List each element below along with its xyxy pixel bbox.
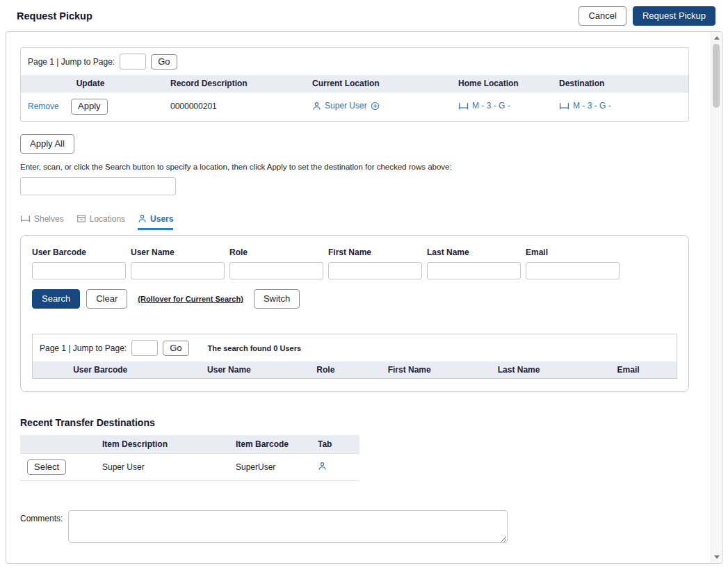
instruction-text: Enter, scan, or click the Search button … [20,163,687,171]
tab-users-label: Users [150,214,173,224]
records-col-destination: Destination [549,75,688,92]
field-label: First Name [328,247,422,257]
vertical-scrollbar[interactable] [711,33,721,562]
field-user-barcode: User Barcode [32,247,126,279]
person-icon [312,101,321,111]
scroll-up-icon[interactable] [714,36,720,40]
records-jump-input[interactable] [120,54,146,70]
results-pagination: Page 1 | Jump to Page: Go The search fou… [33,334,677,361]
recent-item-description: Super User [97,454,230,481]
field-last-name: Last Name [427,247,521,279]
user-name-input[interactable] [131,262,225,279]
recent-col-select [20,435,97,454]
plus-circle-icon[interactable] [371,101,380,111]
home-location-link[interactable]: M - 3 - G - [472,101,510,111]
destination-cell: M - 3 - G - [559,101,611,111]
comments-textarea[interactable] [68,510,508,543]
remove-link[interactable]: Remove [28,101,59,111]
shelf-icon [458,101,469,111]
search-actions: Search Clear (Rollover for Current Searc… [32,289,677,309]
rollover-current-search-link[interactable]: (Rollover for Current Search) [138,295,243,303]
records-page-label: Page 1 | Jump to Page: [28,57,115,67]
user-search-fields: User Barcode User Name Role First Name L… [32,247,677,279]
records-pagination: Page 1 | Jump to Page: Go [21,48,688,75]
results-col-user-barcode: User Barcode [33,361,168,378]
clear-button[interactable]: Clear [86,289,127,309]
recent-transfers-table: Item Description Item Barcode Tab Select… [20,435,359,481]
results-jump-input[interactable] [131,340,158,356]
search-button[interactable]: Search [32,289,80,309]
tab-locations-label: Locations [90,214,125,224]
results-header-row: User Barcode User Name Role First Name L… [33,361,677,378]
records-header-row: Update Record Description Current Locati… [21,75,688,92]
topbar-actions: Cancel Request Pickup [579,6,715,26]
scrollbar-thumb[interactable] [713,44,720,108]
field-user-name: User Name [131,247,225,279]
field-email: Email [526,247,620,279]
results-col-role: Role [290,361,361,378]
record-row: Remove Apply 0000000201 Super User [21,92,688,121]
email-input[interactable] [526,262,620,279]
current-location-link[interactable]: Super User [325,101,367,111]
results-col-last-name: Last Name [458,361,580,378]
first-name-input[interactable] [328,262,422,279]
results-col-email: Email [580,361,677,378]
home-location-cell: M - 3 - G - [458,101,510,111]
cancel-button[interactable]: Cancel [579,6,626,26]
field-first-name: First Name [328,247,422,279]
tab-shelves[interactable]: Shelves [20,214,64,230]
role-input[interactable] [229,262,323,279]
last-name-input[interactable] [427,262,521,279]
building-icon [76,214,86,223]
current-location-cell: Super User [312,101,380,111]
select-button[interactable]: Select [27,459,66,475]
main-panel: Page 1 | Jump to Page: Go Update Record … [6,31,722,564]
user-results-table: User Barcode User Name Role First Name L… [33,361,677,378]
comments-label: Comments: [20,514,63,523]
page-title: Request Pickup [17,10,92,22]
recent-col-item-description: Item Description [97,435,230,454]
records-table: Update Record Description Current Locati… [21,75,688,120]
comments-section: Comments: [20,510,687,543]
recent-item-barcode: SuperUser [230,454,312,481]
user-search-panel: User Barcode User Name Role First Name L… [20,235,689,392]
shelf-icon [559,101,569,111]
tab-locations[interactable]: Locations [76,214,125,230]
records-col-description: Record Description [160,75,302,92]
field-label: Last Name [427,247,521,257]
results-go-button[interactable]: Go [163,341,188,356]
scroll-down-icon[interactable] [714,555,720,559]
results-page-label: Page 1 | Jump to Page: [40,343,127,353]
records-go-button[interactable]: Go [151,54,177,70]
records-col-home-location: Home Location [448,75,549,92]
records-col-update: Update [21,75,160,92]
tab-shelves-label: Shelves [34,214,64,224]
results-col-first-name: First Name [361,361,458,378]
shelf-icon [20,214,31,223]
switch-button[interactable]: Switch [254,289,300,309]
tab-users[interactable]: Users [138,214,173,230]
apply-all-button[interactable]: Apply All [20,134,74,154]
destination-link[interactable]: M - 3 - G - [573,101,611,111]
request-pickup-button[interactable]: Request Pickup [633,6,715,26]
user-barcode-input[interactable] [32,262,126,279]
records-box: Page 1 | Jump to Page: Go Update Record … [20,47,689,121]
results-col-user-name: User Name [168,361,290,378]
top-bar: Request Pickup Cancel Request Pickup [0,0,728,31]
person-icon [318,462,327,471]
record-description: 0000000201 [160,92,302,121]
field-label: User Barcode [32,247,126,257]
recent-header-row: Item Description Item Barcode Tab [20,435,359,454]
location-input[interactable] [20,177,176,195]
results-summary: The search found 0 Users [208,344,302,352]
destination-tabs: Shelves Locations Users [20,214,687,230]
recent-col-tab: Tab [312,435,359,454]
field-label: Email [526,247,620,257]
user-results-box: Page 1 | Jump to Page: Go The search fou… [32,334,677,379]
recent-transfers-title: Recent Transfer Destinations [20,417,687,428]
apply-button[interactable]: Apply [71,99,108,114]
recent-col-item-barcode: Item Barcode [230,435,312,454]
records-col-current-location: Current Location [302,75,448,92]
recent-transfer-row: Select Super User SuperUser [20,454,359,481]
field-label: User Name [131,247,225,257]
